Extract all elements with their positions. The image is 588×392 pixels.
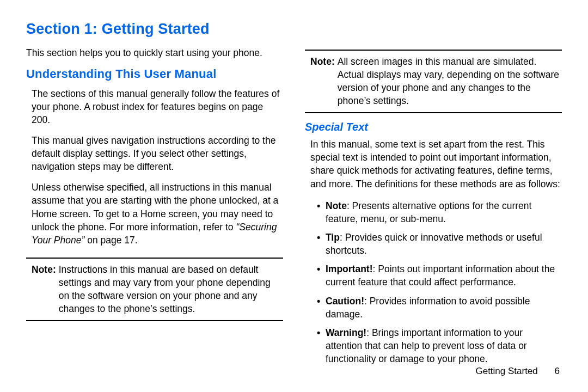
list-item: Important!: Points out important informa… xyxy=(317,262,562,289)
two-column-layout: This section helps you to quickly start … xyxy=(26,46,562,371)
note-text: All screen images in this manual are sim… xyxy=(338,55,562,108)
page-footer: Getting Started 6 xyxy=(475,366,560,377)
definition-list: Note: Presents alternative options for t… xyxy=(317,199,562,371)
paragraph-with-xref: Unless otherwise specified, all instruct… xyxy=(32,181,283,247)
paragraph: In this manual, some text is set apart f… xyxy=(310,138,562,191)
list-item: Tip: Provides quick or innovative method… xyxy=(317,231,562,257)
section-title: Section 1: Getting Started xyxy=(26,21,562,38)
subsection-heading-special-text: Special Text xyxy=(305,120,562,135)
list-item: Warning!: Brings important information t… xyxy=(317,326,562,365)
list-item: Note: Presents alternative options for t… xyxy=(317,199,562,225)
list-item: Caution!: Provides information to avoid … xyxy=(317,295,562,321)
intro-paragraph: This section helps you to quickly start … xyxy=(26,46,283,59)
definition-term: Important! xyxy=(326,264,373,274)
paragraph: The sections of this manual generally fo… xyxy=(32,87,283,126)
definition-term: Tip xyxy=(326,232,340,243)
definition-text: : Presents alternative options for the c… xyxy=(326,200,531,224)
definition-term: Caution! xyxy=(326,296,364,307)
paragraph: This manual gives navigation instruction… xyxy=(32,134,283,173)
paragraph-text: on page 17. xyxy=(84,235,137,246)
definition-term: Note xyxy=(326,200,347,211)
note-block: Note: All screen images in this manual a… xyxy=(310,55,562,108)
footer-chapter-label: Getting Started xyxy=(475,366,537,376)
definition-term: Warning! xyxy=(326,327,366,338)
divider xyxy=(26,258,283,259)
subsection-heading-understanding: Understanding This User Manual xyxy=(26,66,283,82)
footer-page-number: 6 xyxy=(555,366,560,376)
note-label: Note: xyxy=(32,263,56,316)
note-block: Note: Instructions in this manual are ba… xyxy=(32,263,283,316)
manual-page: Section 1: Getting Started This section … xyxy=(0,0,588,392)
note-text: Instructions in this manual are based on… xyxy=(59,263,283,316)
right-column: Note: All screen images in this manual a… xyxy=(305,46,562,371)
divider xyxy=(26,320,283,321)
note-label: Note: xyxy=(310,55,335,108)
divider xyxy=(305,50,562,51)
definition-text: : Provides quick or innovative methods o… xyxy=(326,232,542,256)
divider xyxy=(305,112,562,113)
left-column: This section helps you to quickly start … xyxy=(26,46,283,371)
